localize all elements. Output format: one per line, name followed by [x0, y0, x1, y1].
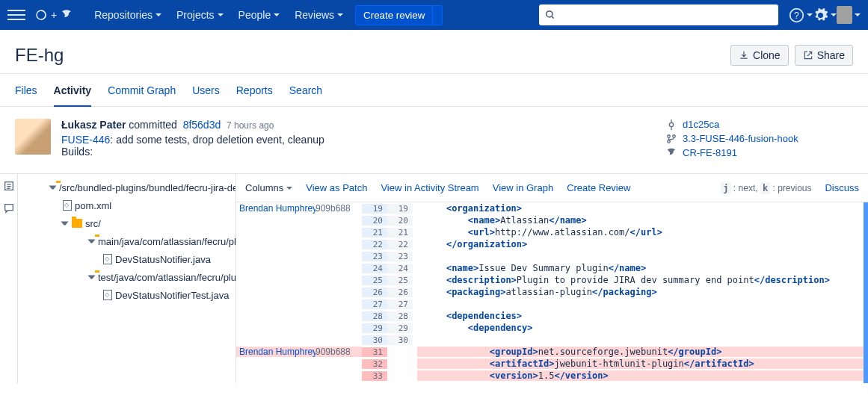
settings-icon[interactable] — [813, 3, 837, 27]
diff-line-deleted[interactable]: 33 <version>1.5</version> — [236, 370, 864, 382]
tab-search[interactable]: Search — [289, 74, 322, 107]
tree-file-pom[interactable]: pom.xml — [18, 196, 236, 214]
left-iconbar — [0, 174, 18, 383]
chevron-down-icon — [88, 276, 96, 279]
blame-author-link[interactable]: Brendan Humphreys — [239, 203, 316, 214]
commit-message: : add some tests, drop deletion event, c… — [110, 134, 324, 146]
diff-line[interactable]: 2222 </organization> — [236, 238, 864, 250]
diff-line[interactable]: 2828 <dependencies> — [236, 310, 864, 322]
commit-summary: Łukasz Pater committed 8f56d3d 7 hours a… — [0, 107, 868, 174]
review-link[interactable]: CR-FE-8191 — [683, 147, 737, 158]
chevron-down-icon — [156, 13, 161, 16]
share-icon — [803, 50, 813, 60]
svg-point-1 — [547, 11, 552, 17]
svg-point-5 — [669, 122, 673, 126]
diff-line-deleted[interactable]: 32 <artifactId>jwebunit-htmlunit-plugin<… — [236, 358, 864, 370]
clone-button[interactable]: Clone — [730, 45, 789, 66]
menu-icon[interactable] — [7, 6, 25, 24]
tree-folder-test[interactable]: test/java/com/atlassian/fecru/plugin — [18, 268, 236, 286]
diff-body[interactable]: Brendan Humphreys909b6881919 <organizati… — [236, 202, 868, 383]
chevron-down-icon — [88, 240, 96, 243]
download-icon — [739, 50, 749, 60]
blame-author-link[interactable]: Brendan Humphreys — [239, 347, 316, 357]
top-nav: + Repositories Projects People Reviews C… — [0, 0, 868, 30]
search-input[interactable] — [560, 10, 772, 21]
product-logo[interactable]: + — [34, 8, 73, 22]
search-input-wrapper — [539, 4, 778, 25]
page-title: FE-hg — [15, 45, 724, 66]
tab-files[interactable]: Files — [15, 74, 37, 107]
svg-point-8 — [668, 134, 671, 137]
tab-reports[interactable]: Reports — [236, 74, 273, 107]
chevron-down-icon — [286, 187, 292, 190]
user-menu[interactable] — [837, 3, 861, 27]
diff-toolbar: Columns View as Patch View in Activity S… — [236, 174, 868, 202]
diff-line[interactable]: 2424 <name>Issue Dev Summary plugin</nam… — [236, 262, 864, 274]
nav-projects[interactable]: Projects — [169, 0, 231, 30]
view-as-patch-link[interactable]: View as Patch — [306, 182, 367, 193]
file-icon — [63, 200, 72, 211]
diff-line[interactable]: 3030 — [236, 334, 864, 346]
parent-hash-link[interactable]: d1c25ca — [683, 119, 719, 130]
diff-line[interactable]: 2323 — [236, 250, 864, 262]
diff-line[interactable]: 2020 <name>Atlassian</name> — [236, 214, 864, 226]
diff-line[interactable]: 2121 <url>http://www.atlassian.com/</url… — [236, 226, 864, 238]
chevron-down-icon — [49, 186, 57, 190]
tree-file-notifier[interactable]: DevStatusNotifier.java — [18, 250, 236, 268]
review-icon — [666, 148, 677, 158]
issue-link[interactable]: FUSE-446 — [61, 134, 110, 146]
file-icon — [103, 290, 112, 300]
diff-line[interactable]: 2626 <packaging>atlassian-plugin</packag… — [236, 286, 864, 298]
folder-icon — [72, 219, 82, 228]
help-icon[interactable]: ? — [789, 3, 813, 27]
tree-folder-root[interactable]: /src/bundled-plugins/bundled/fecru-jira-… — [18, 178, 236, 196]
commit-verb: committed — [129, 119, 177, 131]
columns-dropdown[interactable]: Columns — [245, 182, 292, 193]
nav-reviews[interactable]: Reviews — [287, 0, 351, 30]
chevron-down-icon — [337, 13, 343, 16]
nav-repositories[interactable]: Repositories — [87, 0, 169, 30]
tab-commit-graph[interactable]: Commit Graph — [108, 74, 176, 107]
commit-author: Łukasz Pater — [61, 119, 126, 131]
page-header: FE-hg Clone Share — [0, 30, 868, 74]
builds-label: Builds: — [61, 146, 666, 158]
tree-folder-src[interactable]: src/ — [18, 214, 236, 232]
chevron-down-icon — [274, 13, 280, 16]
repo-tabs: Files Activity Commit Graph Users Report… — [0, 74, 868, 107]
branch-icon — [666, 134, 677, 144]
keyboard-hint: j : next, k : previous — [721, 183, 811, 193]
diff-line[interactable]: 2727 — [236, 298, 864, 310]
comment-icon[interactable] — [3, 202, 15, 214]
file-icon — [103, 254, 112, 264]
search-icon — [545, 10, 555, 20]
svg-line-2 — [552, 16, 554, 19]
chevron-down-icon — [61, 222, 69, 226]
diff-line[interactable]: 2525 <description>Plugin to provide JIRA… — [236, 274, 864, 286]
diff-line[interactable]: 2929 <dependency> — [236, 322, 864, 334]
commit-hash-link[interactable]: 8f56d3d — [183, 119, 221, 131]
list-icon[interactable] — [3, 180, 15, 192]
diff-line-deleted[interactable]: Brendan Humphreys909b68831 <groupId>net.… — [236, 346, 864, 358]
chevron-down-icon — [218, 13, 224, 16]
discuss-link[interactable]: Discuss — [825, 182, 859, 193]
create-review-link[interactable]: Create Review — [567, 182, 630, 193]
commit-icon — [666, 119, 677, 130]
branch-link[interactable]: 3.3-FUSE-446-fusion-hook — [683, 133, 798, 144]
tab-users[interactable]: Users — [192, 74, 220, 107]
diff-pane: Columns View as Patch View in Activity S… — [236, 174, 868, 383]
svg-text:?: ? — [794, 10, 799, 20]
tree-file-notifier-test[interactable]: DevStatusNotifierTest.java — [18, 286, 236, 304]
commit-time: 7 hours ago — [227, 120, 274, 131]
avatar — [837, 6, 852, 24]
author-avatar — [15, 119, 51, 155]
view-in-stream-link[interactable]: View in Activity Stream — [381, 182, 478, 193]
svg-point-10 — [673, 134, 676, 137]
create-review-button[interactable]: Create review — [355, 5, 433, 25]
create-review-split[interactable] — [433, 5, 443, 25]
tree-folder-main[interactable]: main/java/com/atlassian/fecru/plug — [18, 232, 236, 250]
diff-line[interactable]: Brendan Humphreys909b6881919 <organizati… — [236, 202, 864, 214]
nav-people[interactable]: People — [231, 0, 288, 30]
tab-activity[interactable]: Activity — [54, 74, 92, 107]
view-in-graph-link[interactable]: View in Graph — [493, 182, 553, 193]
share-button[interactable]: Share — [795, 45, 853, 66]
